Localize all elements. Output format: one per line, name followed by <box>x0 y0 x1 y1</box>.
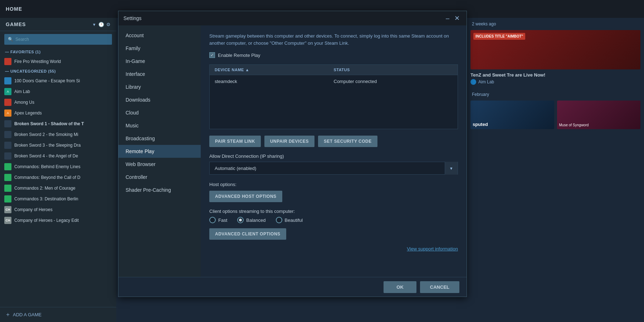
radio-btn-beautiful[interactable] <box>276 217 282 223</box>
list-item[interactable]: A Aim Lab <box>0 86 116 97</box>
news-row: sputed Muse of Syngword <box>470 101 640 129</box>
client-btn-row: ADVANCED CLIENT OPTIONS <box>209 228 458 240</box>
news-badge: INCLUDES TITLE "AIMBOT" <box>473 33 525 40</box>
nav-item-remote-play[interactable]: Remote Play <box>118 145 201 158</box>
select-arrow-icon[interactable]: ▾ <box>445 162 458 175</box>
close-button[interactable]: ✕ <box>452 14 462 23</box>
game-icon <box>4 195 11 203</box>
ok-button[interactable]: OK <box>384 281 416 293</box>
nav-item-cloud[interactable]: Cloud <box>118 106 201 119</box>
list-item[interactable]: CH Company of Heroes - Legacy Edit <box>0 215 116 226</box>
support-link[interactable]: View support information <box>209 246 458 252</box>
nav-item-library[interactable]: Library <box>118 80 201 93</box>
news-card-4[interactable]: Muse of Syngword <box>557 101 641 129</box>
nav-item-shader-pre-caching[interactable]: Shader Pre-Caching <box>118 184 201 196</box>
search-icon: 🔍 <box>8 37 13 42</box>
nav-item-downloads[interactable]: Downloads <box>118 93 201 106</box>
unpair-devices-button[interactable]: UNPAIR DEVICES <box>264 136 314 147</box>
radio-btn-balanced[interactable] <box>237 217 244 223</box>
news-image-1: INCLUDES TITLE "AIMBOT" <box>470 30 640 69</box>
list-item[interactable]: Commandos 2: Men of Courage <box>0 183 116 194</box>
radio-fast[interactable]: Fast <box>209 217 227 223</box>
sort-icon: ▲ <box>245 68 249 72</box>
list-item[interactable]: CH Company of Heroes <box>0 204 116 215</box>
nav-item-web-browser[interactable]: Web Browser <box>118 158 201 171</box>
chevron-down-icon[interactable]: ▾ <box>93 22 96 27</box>
list-item[interactable]: 100 Doors Game - Escape from Si <box>0 75 116 86</box>
game-name: Fire Pro Wrestling World <box>14 59 61 64</box>
client-streaming-label: Client options streaming to this compute… <box>209 209 458 214</box>
list-item[interactable]: Broken Sword 3 - the Sleeping Dra <box>0 140 116 151</box>
settings-icon[interactable]: ⚙ <box>106 22 111 27</box>
list-item[interactable]: Commandos: Behind Enemy Lines <box>0 161 116 172</box>
list-item[interactable]: Broken Sword 1 - Shadow of the T <box>0 118 116 129</box>
search-bar[interactable]: 🔍 Search <box>4 34 112 45</box>
list-item[interactable]: Broken Sword 4 - the Angel of De <box>0 151 116 161</box>
game-name: Broken Sword 3 - the Sleeping Dra <box>14 143 80 148</box>
home-label: HOME <box>6 6 22 12</box>
connection-select[interactable]: Automatic (enabled) ▾ <box>209 162 458 175</box>
list-item[interactable]: Commandos 3: Destination Berlin <box>0 194 116 204</box>
radio-btn-fast[interactable] <box>209 217 216 223</box>
nav-item-controller[interactable]: Controller <box>118 171 201 184</box>
clock-icon[interactable]: 🕐 <box>98 22 104 27</box>
pair-steam-link-button[interactable]: PAIR STEAM LINK <box>209 136 261 147</box>
game-icon <box>4 152 11 160</box>
game-name: 100 Doors Game - Escape from Si <box>14 78 80 83</box>
news-date-1: 2 weeks ago <box>467 18 644 28</box>
game-icon <box>4 142 11 149</box>
game-name: Commandos: Behind Enemy Lines <box>14 164 80 169</box>
nav-item-broadcasting[interactable]: Broadcasting <box>118 132 201 145</box>
settings-modal: Settings – ✕ Account Family In-Game Inte… <box>118 11 467 297</box>
nav-item-music[interactable]: Music <box>118 119 201 132</box>
news-card-1[interactable]: INCLUDES TITLE "AIMBOT" <box>470 30 640 69</box>
settings-nav: Account Family In-Game Interface Library… <box>118 25 201 277</box>
game-icon <box>4 58 11 65</box>
news-sub-2: Aim Lab <box>470 79 640 85</box>
favorites-header: — FAVORITES (1) <box>0 48 116 56</box>
advanced-host-options-button[interactable]: ADVANCED HOST OPTIONS <box>209 191 282 202</box>
list-item[interactable]: A Apex Legends <box>0 108 116 118</box>
nav-item-family[interactable]: Family <box>118 42 201 55</box>
set-security-code-button[interactable]: SET SECURITY CODE <box>318 136 377 147</box>
radio-label-beautiful: Beautiful <box>285 218 303 223</box>
news-image-3: sputed <box>470 101 554 129</box>
list-item[interactable]: Fire Pro Wrestling World <box>0 56 116 67</box>
cancel-button[interactable]: CANCEL <box>420 281 459 293</box>
connection-value: Automatic (enabled) <box>210 166 445 171</box>
enable-remote-play-label: Enable Remote Play <box>218 53 260 58</box>
game-icon <box>4 99 11 106</box>
game-name: Broken Sword 1 - Shadow of the T <box>14 121 84 126</box>
news-label-3: sputed <box>473 122 488 127</box>
advanced-client-options-button[interactable]: ADVANCED CLIENT OPTIONS <box>209 228 286 240</box>
search-placeholder: Search <box>15 37 29 42</box>
news-card-3[interactable]: sputed <box>470 101 554 129</box>
news-date-2: February <box>467 88 644 98</box>
radio-label-balanced: Balanced <box>246 218 265 223</box>
radio-balanced[interactable]: Balanced <box>237 217 265 223</box>
game-icon: CH <box>4 206 11 213</box>
enable-remote-play-checkbox[interactable] <box>209 52 215 58</box>
list-item[interactable]: Among Us <box>0 97 116 108</box>
host-options-label: Host options: <box>209 182 458 187</box>
nav-item-in-game[interactable]: In-Game <box>118 55 201 68</box>
device-status-cell: Computer connected <box>334 79 453 84</box>
game-name: Apex Legends <box>14 111 42 116</box>
plus-icon: ＋ <box>5 311 11 318</box>
list-item[interactable]: Broken Sword 2 - the Smoking Mi <box>0 129 116 140</box>
minimize-button[interactable]: – <box>443 14 452 23</box>
game-name: Among Us <box>14 100 34 105</box>
game-icon: CH <box>4 217 11 224</box>
device-table: DEVICE NAME ▲ STATUS steamdeck Computer … <box>209 64 458 129</box>
game-list: — FAVORITES (1) Fire Pro Wrestling World… <box>0 48 116 307</box>
nav-item-interface[interactable]: Interface <box>118 68 201 80</box>
table-row: steamdeck Computer connected <box>210 75 458 88</box>
nav-item-account[interactable]: Account <box>118 29 201 42</box>
radio-beautiful[interactable]: Beautiful <box>276 217 303 223</box>
radio-group: Fast Balanced Beautiful <box>209 217 458 223</box>
add-game-bar[interactable]: ＋ ADD A GAME <box>0 307 116 322</box>
game-icon <box>4 174 11 181</box>
list-item[interactable]: Commandos: Beyond the Call of D <box>0 172 116 183</box>
game-name: Company of Heroes <box>14 207 53 212</box>
news-image-4: Muse of Syngword <box>557 101 641 129</box>
